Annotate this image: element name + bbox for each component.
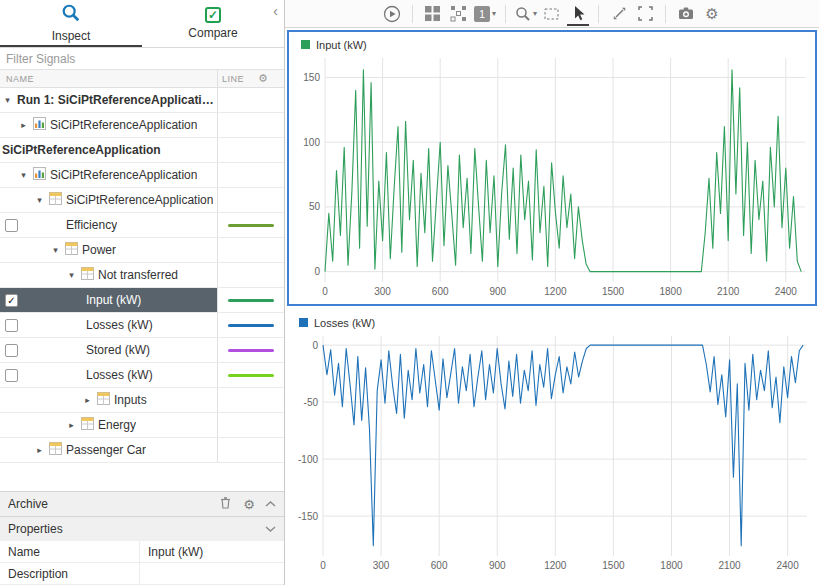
plot-input-kw[interactable]: Input (kW) 03006009001200150018002100240… — [287, 30, 817, 306]
zoom-icon[interactable]: ▾ — [515, 2, 537, 26]
trash-icon[interactable] — [218, 495, 233, 513]
collapse-caret-icon[interactable]: ▾ — [34, 195, 45, 205]
filter-signals-input[interactable] — [0, 48, 284, 69]
tree-row-app-1[interactable]: ▸ SiCiPtReferenceApplication — [0, 113, 284, 138]
collapse-caret-icon[interactable]: ▾ — [50, 245, 61, 255]
tab-compare[interactable]: ✓ Compare — [142, 0, 284, 47]
expand-caret-icon[interactable]: ▸ — [66, 420, 77, 430]
svg-text:2400: 2400 — [775, 286, 798, 297]
run-record-icon[interactable] — [381, 2, 403, 26]
chevron-down-icon[interactable] — [265, 522, 276, 536]
expand-caret-icon[interactable]: ▸ — [82, 395, 93, 405]
signal-checkbox[interactable] — [5, 319, 18, 332]
signal-checkbox[interactable] — [5, 294, 18, 307]
subplot-selector[interactable]: 1 ▾ — [474, 2, 496, 26]
snapshot-camera-icon[interactable] — [675, 2, 697, 26]
svg-text:600: 600 — [431, 560, 448, 571]
tab-inspect[interactable]: Inspect — [0, 0, 142, 47]
layout-grid-icon[interactable] — [422, 2, 444, 26]
input-kw-plot-canvas[interactable]: 030060090012001500180021002400050100150 — [289, 52, 815, 302]
legend-swatch — [299, 318, 308, 327]
run-chart-icon — [33, 167, 46, 183]
tab-inspect-label: Inspect — [52, 29, 91, 43]
legend-swatch — [301, 40, 310, 49]
expand-caret-icon[interactable]: ▾ — [2, 95, 13, 105]
filter-signals — [0, 48, 284, 70]
svg-text:0: 0 — [322, 286, 328, 297]
expand-caret-icon[interactable]: ▸ — [34, 445, 45, 455]
chevron-up-icon[interactable] — [265, 497, 276, 511]
tree-row-efficiency[interactable]: Efficiency — [0, 213, 284, 238]
signal-browser-panel: ‹ Inspect ✓ Compare NAME LINE ⚙ ▾ Run 1:… — [0, 0, 285, 585]
table-icon — [65, 242, 78, 258]
property-row-name: Name Input (kW) — [0, 541, 284, 563]
tree-row-run1[interactable]: ▾ Run 1: SiCiPtReferenceApplication [Cur… — [0, 88, 284, 113]
svg-text:-100: -100 — [298, 454, 318, 465]
column-name-label: NAME — [0, 70, 218, 87]
column-settings-gear-icon[interactable]: ⚙ — [258, 72, 268, 85]
tree-row-app-group[interactable]: SiCiPtReferenceApplication — [0, 138, 284, 163]
subplot-count: 1 — [474, 6, 490, 22]
tree-row-losses-kw[interactable]: Losses (kW) — [0, 313, 284, 338]
line-swatch — [228, 374, 274, 377]
zoom-region-icon[interactable] — [541, 2, 563, 26]
line-swatch — [228, 324, 274, 327]
collapse-panel-icon[interactable]: ‹ — [273, 2, 278, 19]
properties-section-header[interactable]: Properties — [0, 516, 284, 541]
plot-area-panel: 1 ▾ ▾ ⚙ Input (kW) 030060090012001500180… — [285, 0, 819, 585]
fit-to-view-icon[interactable] — [608, 2, 630, 26]
fullscreen-icon[interactable] — [634, 2, 656, 26]
svg-text:0: 0 — [320, 560, 326, 571]
collapse-caret-icon[interactable]: ▾ — [66, 270, 77, 280]
tree-row-inputs[interactable]: ▸ Inputs — [0, 388, 284, 413]
tree-row-stored-kw[interactable]: Stored (kW) — [0, 338, 284, 363]
layout-custom-grid-icon[interactable] — [448, 2, 470, 26]
svg-text:2100: 2100 — [718, 560, 741, 571]
collapse-caret-icon[interactable]: ▾ — [18, 170, 29, 180]
tree-row-power[interactable]: ▾ Power — [0, 238, 284, 263]
expand-caret-icon[interactable]: ▸ — [18, 120, 29, 130]
svg-text:900: 900 — [489, 286, 506, 297]
property-key: Description — [0, 563, 140, 584]
svg-text:2400: 2400 — [777, 560, 800, 571]
tree-row-input-kw[interactable]: Input (kW) — [0, 288, 284, 313]
svg-text:50: 50 — [309, 201, 321, 212]
svg-text:1200: 1200 — [544, 560, 567, 571]
table-icon — [49, 442, 62, 458]
line-swatch — [228, 349, 274, 352]
archive-section-header[interactable]: Archive ⚙ — [0, 491, 284, 516]
svg-text:900: 900 — [489, 560, 506, 571]
tree-row-passenger-car[interactable]: ▸ Passenger Car — [0, 438, 284, 463]
svg-text:1500: 1500 — [602, 286, 625, 297]
tree-row-app-2[interactable]: ▾ SiCiPtReferenceApplication — [0, 163, 284, 188]
run-chart-icon — [33, 117, 46, 133]
property-key: Name — [0, 541, 140, 562]
tree-row-app-3[interactable]: ▾ SiCiPtReferenceApplication — [0, 188, 284, 213]
plot-losses-kw[interactable]: Losses (kW) 0300600900120015001800210024… — [287, 310, 817, 585]
svg-text:300: 300 — [373, 560, 390, 571]
table-icon — [97, 392, 110, 408]
signal-checkbox[interactable] — [5, 219, 18, 232]
plot-toolbar: 1 ▾ ▾ ⚙ — [285, 0, 819, 28]
losses-kw-plot-canvas[interactable]: 0300600900120015001800210024000-50-100-1… — [287, 330, 817, 576]
signal-checkbox[interactable] — [5, 344, 18, 357]
property-value[interactable]: Input (kW) — [140, 541, 284, 562]
svg-text:1200: 1200 — [544, 286, 567, 297]
line-swatch — [228, 299, 274, 302]
pointer-tool-icon[interactable] — [567, 2, 589, 26]
tree-row-losses2-kw[interactable]: Losses (kW) — [0, 363, 284, 388]
column-line-label: LINE — [222, 74, 244, 84]
svg-text:0: 0 — [312, 340, 318, 351]
legend-label: Input (kW) — [316, 39, 367, 51]
signal-checkbox[interactable] — [5, 369, 18, 382]
svg-text:-50: -50 — [304, 397, 319, 408]
archive-label: Archive — [8, 497, 48, 511]
archive-settings-gear-icon[interactable]: ⚙ — [243, 498, 255, 511]
svg-text:100: 100 — [303, 137, 320, 148]
tree-row-energy[interactable]: ▸ Energy — [0, 413, 284, 438]
plot-settings-gear-icon[interactable]: ⚙ — [701, 2, 723, 26]
line-swatch — [228, 224, 274, 227]
tree-row-not-transferred[interactable]: ▾ Not transferred — [0, 263, 284, 288]
svg-text:1500: 1500 — [602, 560, 625, 571]
property-value[interactable] — [140, 563, 284, 584]
